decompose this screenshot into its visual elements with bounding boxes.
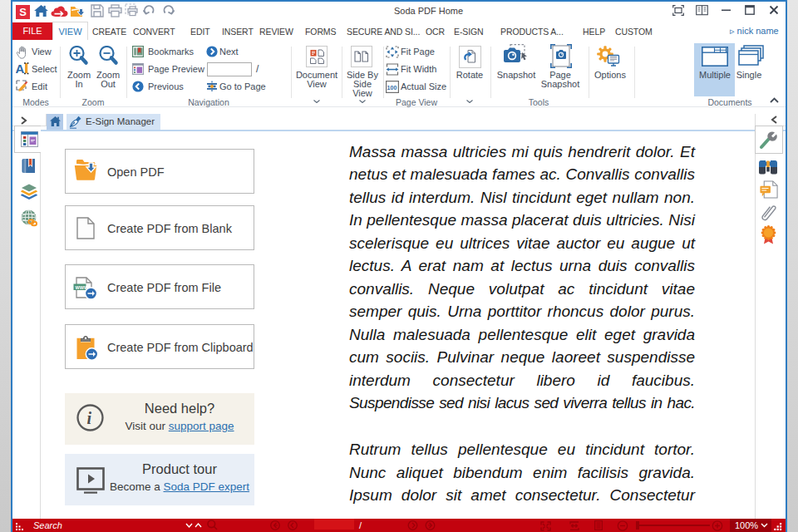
svg-text:A: A	[16, 62, 25, 75]
svg-text:i: i	[87, 409, 92, 427]
svg-text:100: 100	[387, 85, 397, 91]
